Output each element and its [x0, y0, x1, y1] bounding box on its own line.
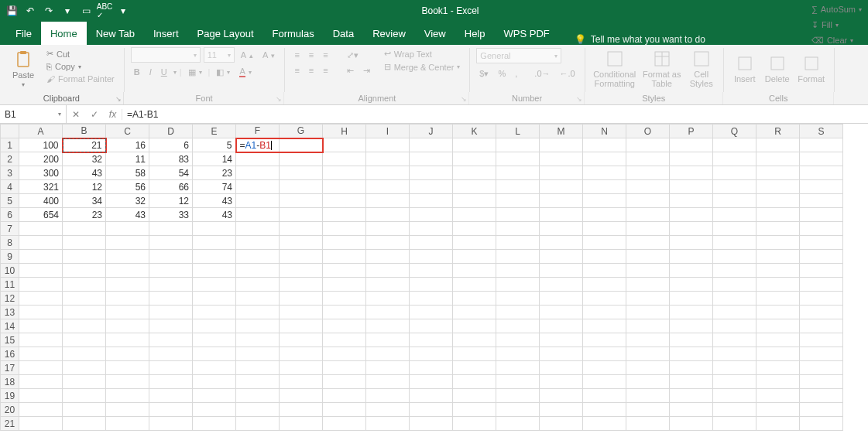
format-painter-button[interactable]: 🖌Format Painter	[43, 73, 118, 84]
align-right-button[interactable]: ≡	[320, 65, 331, 76]
cell-C6[interactable]: 43	[106, 208, 149, 222]
cell-D19[interactable]	[149, 389, 193, 403]
cell-P1[interactable]	[670, 138, 713, 152]
cell-B18[interactable]	[63, 375, 106, 389]
cell-H11[interactable]	[323, 278, 366, 292]
touch-mode-icon[interactable]: ▭	[79, 4, 93, 18]
cell-H15[interactable]	[323, 333, 366, 347]
cell-P11[interactable]	[670, 278, 713, 292]
cell-K2[interactable]	[453, 152, 496, 166]
font-name-combo[interactable]: ▾	[131, 47, 201, 63]
cell-Q11[interactable]	[713, 278, 756, 292]
cell-N6[interactable]	[583, 208, 626, 222]
cell-B16[interactable]	[63, 347, 106, 361]
cell-A17[interactable]	[19, 361, 63, 375]
accounting-format-button[interactable]: $▾	[476, 68, 492, 80]
comma-button[interactable]: ,	[512, 68, 520, 79]
cell-J19[interactable]	[410, 389, 453, 403]
cell-M8[interactable]	[540, 236, 583, 250]
cell-C11[interactable]	[106, 278, 149, 292]
cell-G7[interactable]	[280, 222, 323, 236]
conditional-formatting-button[interactable]: Conditional Formatting	[592, 46, 638, 91]
cell-H12[interactable]	[323, 292, 366, 306]
cell-L1[interactable]	[496, 138, 540, 152]
cell-I16[interactable]	[366, 347, 410, 361]
cell-F1[interactable]: =A1-B1	[236, 138, 280, 152]
cell-K12[interactable]	[453, 292, 496, 306]
cell-K21[interactable]	[453, 417, 496, 431]
cell-O19[interactable]	[626, 389, 670, 403]
tab-newtab[interactable]: New Tab	[87, 22, 144, 45]
cell-N12[interactable]	[583, 292, 626, 306]
tab-data[interactable]: Data	[324, 22, 363, 45]
cell-S4[interactable]	[800, 180, 843, 194]
cell-H2[interactable]	[323, 152, 366, 166]
cell-B1[interactable]: 21	[63, 138, 106, 152]
cell-D16[interactable]	[149, 347, 193, 361]
cell-C1[interactable]: 16	[106, 138, 149, 152]
cell-A5[interactable]: 400	[19, 194, 63, 208]
cell-D2[interactable]: 83	[149, 152, 193, 166]
cell-M20[interactable]	[540, 403, 583, 417]
cell-H9[interactable]	[323, 250, 366, 264]
col-header-C[interactable]: C	[106, 125, 149, 138]
cell-L8[interactable]	[496, 236, 540, 250]
cell-L18[interactable]	[496, 375, 540, 389]
cell-F3[interactable]	[236, 166, 280, 180]
cell-R18[interactable]	[756, 375, 800, 389]
cell-D4[interactable]: 66	[149, 180, 193, 194]
row-header-9[interactable]: 9	[1, 250, 19, 264]
cell-N4[interactable]	[583, 180, 626, 194]
cell-P14[interactable]	[670, 319, 713, 333]
cell-S3[interactable]	[800, 166, 843, 180]
cell-K11[interactable]	[453, 278, 496, 292]
cell-P4[interactable]	[670, 180, 713, 194]
cell-A15[interactable]	[19, 333, 63, 347]
cell-E13[interactable]	[193, 306, 236, 319]
name-box[interactable]: B1 ▾	[0, 105, 67, 123]
row-header-7[interactable]: 7	[1, 222, 19, 236]
number-format-combo[interactable]: General▾	[476, 48, 561, 63]
cell-B2[interactable]: 32	[63, 152, 106, 166]
cell-N16[interactable]	[583, 347, 626, 361]
cell-R11[interactable]	[756, 278, 800, 292]
cell-J20[interactable]	[410, 403, 453, 417]
cell-Q16[interactable]	[713, 347, 756, 361]
cell-O14[interactable]	[626, 319, 670, 333]
cell-M4[interactable]	[540, 180, 583, 194]
cell-E2[interactable]: 14	[193, 152, 236, 166]
cell-G8[interactable]	[280, 236, 323, 250]
cell-P19[interactable]	[670, 389, 713, 403]
cell-H6[interactable]	[323, 208, 366, 222]
cell-J10[interactable]	[410, 264, 453, 278]
cut-button[interactable]: ✂Cut	[43, 48, 118, 60]
cell-B19[interactable]	[63, 389, 106, 403]
cell-D18[interactable]	[149, 375, 193, 389]
cell-F4[interactable]	[236, 180, 280, 194]
cell-A7[interactable]	[19, 222, 63, 236]
cell-F13[interactable]	[236, 306, 280, 319]
cell-N13[interactable]	[583, 306, 626, 319]
cell-M21[interactable]	[540, 417, 583, 431]
cell-S9[interactable]	[800, 250, 843, 264]
cell-G2[interactable]	[280, 152, 323, 166]
cell-E6[interactable]: 43	[193, 208, 236, 222]
cell-D20[interactable]	[149, 403, 193, 417]
enter-formula-button[interactable]: ✓	[85, 109, 104, 120]
cell-G6[interactable]	[280, 208, 323, 222]
cell-A2[interactable]: 200	[19, 152, 63, 166]
increase-decimal-button[interactable]: .0→	[531, 68, 553, 79]
cell-G15[interactable]	[280, 333, 323, 347]
cell-B14[interactable]	[63, 319, 106, 333]
cell-J8[interactable]	[410, 236, 453, 250]
cell-K13[interactable]	[453, 306, 496, 319]
cell-B15[interactable]	[63, 333, 106, 347]
cell-C19[interactable]	[106, 389, 149, 403]
col-header-G[interactable]: G	[280, 125, 323, 138]
cell-N7[interactable]	[583, 222, 626, 236]
cell-O18[interactable]	[626, 375, 670, 389]
cell-P6[interactable]	[670, 208, 713, 222]
dialog-launcher-icon[interactable]: ↘	[276, 95, 282, 103]
col-header-B[interactable]: B	[63, 125, 106, 138]
tab-wpspdf[interactable]: WPS PDF	[495, 22, 559, 45]
